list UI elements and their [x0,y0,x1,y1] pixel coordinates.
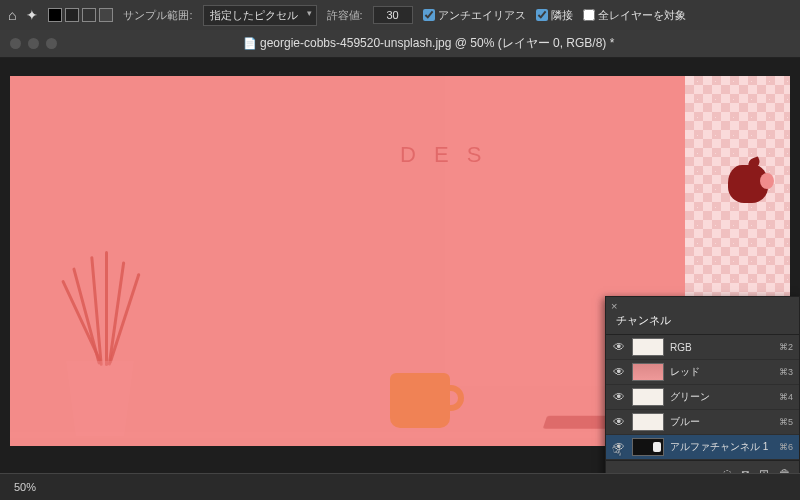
file-icon: 📄 [243,37,257,49]
visibility-icon[interactable]: 👁 [612,415,626,429]
channel-row-blue[interactable]: 👁 ブルー ⌘5 [606,410,799,435]
close-dot[interactable] [10,38,21,49]
panel-tab-channels[interactable]: チャンネル [606,297,799,335]
document-titlebar: 📄 georgie-cobbs-459520-unsplash.jpg @ 50… [0,30,800,58]
channel-thumb [632,363,664,381]
canvas-area: D E S × チャンネル 👁 RGB ⌘2 👁 レッド ⌘3 [0,58,800,473]
window-controls [10,38,57,49]
channel-thumb [632,438,664,456]
magic-wand-icon[interactable]: ✦ [26,7,38,23]
home-icon[interactable]: ⌂ [8,7,16,23]
swatch[interactable] [82,8,96,22]
channel-row-rgb[interactable]: 👁 RGB ⌘2 [606,335,799,360]
channel-thumb [632,413,664,431]
channel-row-alpha[interactable]: 👁 アルファチャンネル 1 ⌘6 [606,435,799,460]
channel-thumb [632,388,664,406]
zoom-dot[interactable] [46,38,57,49]
swatch[interactable] [99,8,113,22]
swatch-group [48,8,113,22]
channels-panel: × チャンネル 👁 RGB ⌘2 👁 レッド ⌘3 👁 グリーン ⌘4 👁 ブル… [605,296,800,488]
contiguous-checkbox[interactable]: 隣接 [536,8,573,23]
visibility-icon[interactable]: 👁 [612,440,626,454]
document-title: 📄 georgie-cobbs-459520-unsplash.jpg @ 50… [243,35,615,52]
sample-label: サンプル範囲: [123,8,192,23]
antialias-checkbox[interactable]: アンチエイリアス [423,8,526,23]
channel-row-red[interactable]: 👁 レッド ⌘3 [606,360,799,385]
channel-thumb [632,338,664,356]
channel-row-green[interactable]: 👁 グリーン ⌘4 [606,385,799,410]
swatch[interactable] [65,8,79,22]
tolerance-label: 許容値: [327,8,363,23]
zoom-level[interactable]: 50% [14,481,36,493]
visibility-icon[interactable]: 👁 [612,390,626,404]
options-bar: ⌂ ✦ サンプル範囲: 指定したピクセル 許容値: 30 アンチエイリアス 隣接… [0,0,800,30]
visibility-icon[interactable]: 👁 [612,365,626,379]
sample-size-dropdown[interactable]: 指定したピクセル [203,5,317,26]
minimize-dot[interactable] [28,38,39,49]
visibility-icon[interactable]: 👁 [612,340,626,354]
all-layers-checkbox[interactable]: 全レイヤーを対象 [583,8,686,23]
tolerance-input[interactable]: 30 [373,6,413,24]
apple-logo-icon [728,161,768,203]
status-bar: 50% [0,473,800,500]
panel-close-icon[interactable]: × [611,300,617,312]
swatch[interactable] [48,8,62,22]
